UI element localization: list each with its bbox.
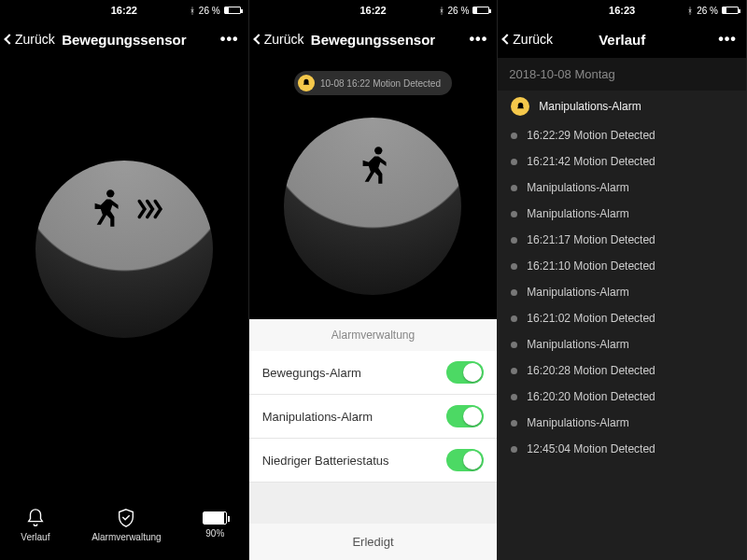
bullet-icon — [511, 420, 517, 427]
row-label: Bewegungs-Alarm — [262, 366, 361, 380]
row-label: Manipulations-Alarm — [262, 410, 374, 424]
tab-battery[interactable]: 90% — [203, 511, 227, 539]
bullet-icon — [511, 289, 517, 296]
history-item-label: 16:21:42 Motion Detected — [527, 155, 655, 168]
row-low-battery[interactable]: Niedriger Batteriestatus — [249, 439, 498, 483]
svg-point-1 — [375, 147, 383, 154]
alarm-sheet: Alarmverwaltung Bewegungs-Alarm Manipula… — [249, 319, 498, 560]
history-item[interactable]: 16:21:17 Motion Detected — [498, 227, 746, 253]
status-time: 16:22 — [359, 5, 386, 16]
chevron-left-icon — [253, 34, 263, 44]
history-item[interactable]: Manipulations-Alarm — [498, 331, 746, 357]
tab-alarm-label: Alarmverwaltung — [92, 532, 161, 542]
sensor-body — [0, 58, 248, 495]
sheet-title: Alarmverwaltung — [249, 319, 498, 351]
bullet-icon — [511, 159, 517, 165]
motion-toast[interactable]: 10-08 16:22 Motion Detected — [294, 71, 452, 95]
history-item-label: 16:21:02 Motion Detected — [527, 312, 655, 325]
status-time: 16:22 — [111, 5, 137, 16]
sensor-top — [284, 118, 461, 216]
bullet-icon — [511, 446, 517, 453]
bluetooth-icon: ᚼ — [190, 6, 195, 16]
status-right: ᚼ 26 % — [190, 0, 241, 21]
tab-verlauf-label: Verlauf — [21, 532, 49, 542]
bluetooth-icon: ᚼ — [439, 6, 444, 16]
battery-large-icon — [203, 511, 227, 525]
row-motion-alarm[interactable]: Bewegungs-Alarm — [249, 351, 498, 395]
history-item[interactable]: 16:21:02 Motion Detected — [498, 305, 746, 331]
back-button[interactable]: Zurück — [503, 21, 553, 58]
history-item-label: Manipulations-Alarm — [539, 100, 641, 113]
history-body: 2018-10-08 Montag Manipulations-Alarm16:… — [498, 58, 746, 560]
status-time: 16:23 — [609, 5, 635, 16]
history-item[interactable]: Manipulations-Alarm — [498, 175, 746, 201]
battery-icon — [224, 7, 241, 14]
bullet-icon — [511, 342, 517, 348]
sensor-visual — [35, 161, 213, 338]
tab-verlauf[interactable]: Verlauf — [21, 508, 49, 542]
status-bar: 16:22 ᚼ 26 % — [0, 0, 248, 21]
history-item[interactable]: 16:20:20 Motion Detected — [498, 384, 746, 410]
history-item[interactable]: Manipulations-Alarm — [498, 91, 746, 122]
more-button[interactable]: ••• — [470, 21, 488, 58]
shield-check-icon — [116, 508, 136, 528]
page-title: Verlauf — [599, 32, 645, 48]
history-item[interactable]: Manipulations-Alarm — [498, 201, 746, 227]
sensor-visual — [284, 118, 461, 295]
nav-header: Zurück Bewegungssensor ••• — [0, 21, 248, 58]
screen-history: 16:23 ᚼ 26 % Zurück Verlauf ••• 2018-10-… — [498, 0, 747, 560]
page-title: Bewegungssensor — [62, 32, 186, 48]
nav-header: Zurück Verlauf ••• — [498, 21, 746, 58]
tab-battery-label: 90% — [205, 528, 224, 539]
bluetooth-icon: ᚼ — [687, 6, 693, 16]
back-button[interactable]: Zurück — [255, 21, 304, 58]
screen-alarm-management: 16:22 ᚼ 26 % Zurück Bewegungssensor ••• … — [249, 0, 499, 560]
bell-badge-icon — [511, 97, 529, 116]
running-person-icon — [349, 143, 396, 189]
toggle-battery[interactable] — [446, 449, 484, 471]
bottom-tabbar: Verlauf Alarmverwaltung 90% — [0, 495, 248, 560]
history-item[interactable]: 16:21:10 Motion Detected — [498, 253, 746, 279]
screen-sensor-main: 16:22 ᚼ 26 % Zurück Bewegungssensor ••• — [0, 0, 249, 560]
bullet-icon — [511, 237, 517, 244]
bullet-icon — [511, 315, 517, 322]
history-item[interactable]: 16:21:42 Motion Detected — [498, 148, 746, 175]
bullet-icon — [511, 263, 517, 270]
history-item[interactable]: 16:22:29 Motion Detected — [498, 122, 746, 148]
bullet-icon — [511, 394, 517, 400]
status-bar: 16:22 ᚼ 26 % — [249, 0, 498, 21]
row-tamper-alarm[interactable]: Manipulations-Alarm — [249, 395, 498, 439]
status-bar: 16:23 ᚼ 26 % — [498, 0, 746, 21]
motion-waves-icon — [135, 193, 167, 225]
history-list[interactable]: Manipulations-Alarm16:22:29 Motion Detec… — [498, 91, 746, 462]
history-item-label: Manipulations-Alarm — [527, 207, 628, 220]
done-button[interactable]: Erledigt — [249, 524, 498, 560]
history-item-label: Manipulations-Alarm — [527, 338, 628, 351]
toggle-motion[interactable] — [446, 361, 484, 384]
back-button[interactable]: Zurück — [6, 21, 55, 58]
more-button[interactable]: ••• — [220, 21, 239, 58]
page-title: Bewegungssensor — [311, 32, 435, 48]
history-item-label: 12:45:04 Motion Detected — [527, 442, 655, 455]
more-button[interactable]: ••• — [718, 21, 737, 58]
bell-icon — [25, 508, 46, 528]
history-item-label: Manipulations-Alarm — [527, 181, 628, 194]
toggle-tamper[interactable] — [446, 405, 484, 427]
history-item-label: 16:22:29 Motion Detected — [527, 129, 655, 142]
history-item[interactable]: 16:20:28 Motion Detected — [498, 357, 746, 384]
history-item[interactable]: 12:45:04 Motion Detected — [498, 436, 746, 462]
back-label: Zurück — [15, 32, 55, 47]
tab-alarm[interactable]: Alarmverwaltung — [92, 508, 161, 542]
bell-badge-icon — [298, 75, 315, 91]
sensor-body: 10-08 16:22 Motion Detected Alarmverwalt… — [249, 58, 498, 560]
history-item-label: 16:20:20 Motion Detected — [527, 390, 655, 403]
history-item-label: 16:21:10 Motion Detected — [527, 259, 655, 273]
history-item[interactable]: Manipulations-Alarm — [498, 279, 746, 305]
history-item-label: 16:21:17 Motion Detected — [527, 233, 655, 246]
bullet-icon — [511, 211, 517, 217]
chevron-left-icon — [502, 34, 513, 44]
toast-text: 10-08 16:22 Motion Detected — [320, 78, 441, 89]
nav-header: Zurück Bewegungssensor ••• — [249, 21, 498, 58]
history-item[interactable]: Manipulations-Alarm — [498, 410, 746, 436]
battery-percent: 26 % — [448, 6, 470, 16]
